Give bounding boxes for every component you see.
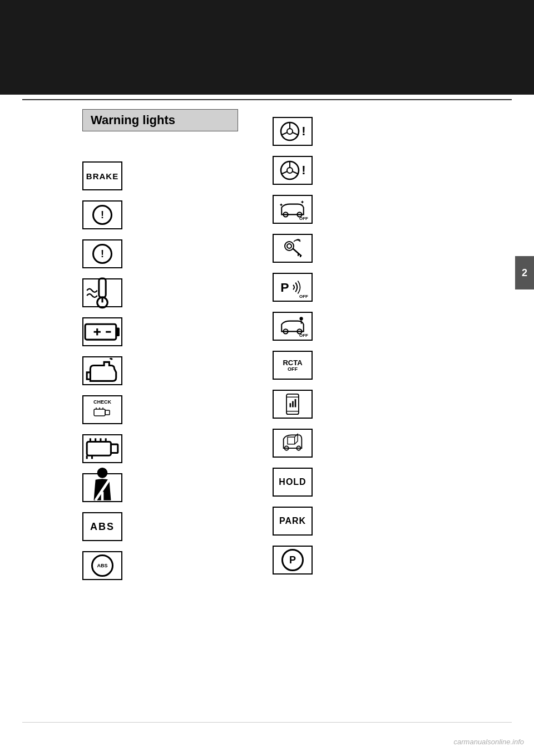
car-sparks-off-icon: ✦ ✦ OFF [273, 195, 313, 224]
steering-exclaim-2: ! [301, 163, 305, 178]
svg-point-38 [285, 242, 294, 251]
abs-circle-icon: ABS [82, 551, 122, 580]
rcta-box: RCTA OFF [283, 359, 302, 372]
battery-svg [83, 319, 121, 345]
car-off-2-row: OFF [273, 312, 313, 341]
brake-label: BRAKE [86, 171, 118, 181]
svg-line-33 [293, 171, 298, 174]
steering-warning-1-row: ! [273, 117, 313, 146]
oil-pressure-icon-row [82, 356, 122, 385]
phone-svg [281, 391, 304, 417]
svg-rect-3 [85, 324, 116, 340]
top-header-bar [0, 0, 534, 95]
phone-telematics-row [273, 390, 313, 419]
section-title-box: Warning lights [82, 109, 238, 131]
check-engine-text-row: CHECK [82, 395, 122, 424]
svg-rect-56 [288, 437, 295, 444]
parking-sensor-off-icon: P OFF [273, 273, 313, 302]
svg-rect-53 [295, 399, 296, 408]
circle-p-row: P [273, 546, 313, 575]
svg-rect-13 [87, 442, 111, 456]
circle-p: P [281, 549, 304, 571]
bottom-divider [22, 722, 512, 723]
chapter-number: 2 [522, 267, 527, 279]
rcta-off-label: OFF [288, 366, 298, 372]
hold-row: HOLD [273, 468, 313, 497]
svg-point-21 [97, 468, 108, 478]
svg-rect-8 [94, 409, 105, 416]
right-icon-column: ! ! [273, 117, 313, 585]
temperature-icon [82, 278, 122, 307]
abs-circle-row: ABS [82, 551, 122, 580]
key-immobilizer-row [273, 234, 313, 263]
seatbelt-svg [83, 466, 121, 509]
hold-icon: HOLD [273, 468, 313, 497]
check-engine-text-icon: CHECK [82, 395, 122, 424]
chapter-tab: 2 [515, 256, 534, 289]
svg-line-40 [293, 248, 301, 256]
battery-icon [82, 317, 122, 346]
svg-point-25 [287, 129, 293, 134]
svg-rect-14 [111, 444, 117, 453]
circle-exclaim-1-row: ! [82, 200, 122, 229]
svg-rect-9 [105, 410, 110, 415]
circle-exclaim-1: ! [92, 205, 112, 225]
svg-line-28 [293, 132, 298, 135]
steering-exclaim-1: ! [301, 124, 305, 139]
circle-exclaim-2-row: ! [82, 239, 122, 268]
watermark: carmanualsonline.info [454, 738, 524, 746]
park-row: PARK [273, 507, 313, 536]
park-label: PARK [279, 516, 306, 526]
key-immobilizer-icon [273, 234, 313, 263]
abs-circle: ABS [91, 554, 113, 577]
check-label: CHECK [93, 400, 111, 405]
oil-pressure-icon [82, 356, 122, 385]
left-icon-column: BRAKE ! ! [82, 161, 122, 590]
battery-icon-row [82, 317, 122, 346]
circle-exclaim-2: ! [92, 244, 112, 264]
steering-warning-2-row: ! [273, 156, 313, 185]
circle-exclaim-1-icon: ! [82, 200, 122, 229]
temperature-svg [83, 277, 121, 310]
engine-malfunction-icon [82, 434, 122, 463]
off-label-1: OFF [299, 216, 308, 221]
check-engine-box: CHECK [93, 400, 112, 420]
temperature-icon-row [82, 278, 122, 307]
door-open-row [273, 429, 313, 458]
brake-icon-row: BRAKE [82, 161, 122, 190]
circle-p-icon: P [273, 546, 313, 575]
parking-sensor-off-row: P OFF [273, 273, 313, 302]
hold-label: HOLD [279, 477, 306, 487]
svg-point-39 [287, 244, 291, 248]
rcta-label: RCTA [283, 359, 302, 366]
car-sparks-off-row: ✦ ✦ OFF [273, 195, 313, 224]
top-divider [22, 99, 512, 100]
steering-warning-2: ! [279, 160, 305, 181]
door-svg [281, 430, 304, 456]
check-engine-svg [93, 405, 112, 420]
svg-point-30 [287, 168, 293, 173]
svg-rect-0 [99, 278, 106, 297]
off-label-3: OFF [299, 333, 308, 338]
svg-line-32 [282, 171, 287, 174]
off-label-2: OFF [299, 294, 308, 299]
abs-circle-inner: ABS [91, 554, 113, 577]
page: Warning lights 2 BRAKE ! ! [0, 0, 534, 756]
abs-text-row: ABS [82, 512, 122, 541]
circle-exclaim-2-icon: ! [82, 239, 122, 268]
steering-warning-1: ! [279, 121, 305, 142]
section-title: Warning lights [91, 113, 175, 127]
svg-line-27 [282, 132, 287, 135]
rcta-off-row: RCTA OFF [273, 351, 313, 380]
key-svg [280, 236, 305, 261]
steering-warning-1-icon: ! [273, 117, 313, 146]
park-icon: PARK [273, 507, 313, 536]
seatbelt-icon-row [82, 473, 122, 502]
car-off-2-icon: OFF [273, 312, 313, 341]
engine-svg [83, 433, 121, 464]
svg-text:✦: ✦ [300, 199, 304, 205]
steering-warning-2-icon: ! [273, 156, 313, 185]
steering-wheel-1-svg [279, 121, 300, 142]
door-open-icon [273, 429, 313, 458]
svg-rect-4 [116, 327, 120, 336]
